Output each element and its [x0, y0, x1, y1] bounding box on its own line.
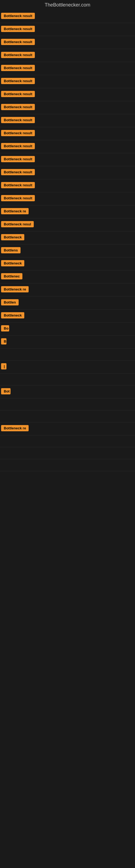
result-row: Bottleneck result — [0, 153, 135, 166]
result-row — [0, 435, 135, 447]
bottleneck-badge[interactable]: Bottleneck result — [1, 52, 35, 58]
result-row: Bottleneck re — [0, 205, 135, 218]
result-row: Bottleneck result — [0, 166, 135, 179]
result-row: Bottleneck result — [0, 88, 135, 101]
bottleneck-badge[interactable]: Bottleneck result — [1, 130, 35, 136]
site-title: TheBottlenecker.com — [0, 0, 135, 10]
result-row: Bottleneck result — [0, 23, 135, 36]
result-row: Bottleneck — [0, 310, 135, 322]
result-row: Bottleneck result — [0, 114, 135, 127]
bottleneck-badge[interactable]: Bottleneck result — [1, 91, 35, 97]
bottleneck-badge[interactable]: B — [1, 338, 6, 344]
result-row: Bottleneck result — [0, 62, 135, 75]
bottleneck-badge[interactable]: Bottleneck re — [1, 286, 29, 292]
bottleneck-badge[interactable]: Bottlenec — [1, 273, 22, 279]
result-row: Bottlen — [0, 297, 135, 310]
result-row: Bottleneck result — [0, 49, 135, 62]
result-row: Bottleneck result — [0, 10, 135, 23]
result-row: Bo — [0, 322, 135, 336]
result-row — [0, 348, 135, 361]
bottleneck-badge[interactable]: Bottleneck re — [1, 425, 29, 431]
result-row: Bottleneck re — [0, 283, 135, 297]
bottleneck-badge[interactable]: Bottleneck resul — [1, 221, 34, 227]
bottleneck-badge[interactable]: Bottleneck re — [1, 208, 29, 214]
bottleneck-badge[interactable]: Bottleneck — [1, 260, 24, 267]
bottleneck-badge[interactable]: Bottleneck result — [1, 182, 35, 188]
result-row: Bot — [0, 385, 135, 399]
result-row — [0, 447, 135, 459]
result-row: Bottleneck result — [0, 75, 135, 88]
result-row: Bottleneck result — [0, 36, 135, 49]
result-row — [0, 373, 135, 385]
bottleneck-badge[interactable]: | — [1, 363, 6, 369]
bottleneck-badge[interactable]: Bottleneck result — [1, 117, 35, 123]
result-row: Bottleneck result — [0, 179, 135, 192]
bottleneck-badge[interactable]: Bottleneck result — [1, 169, 35, 175]
result-row: Bottleneck resul — [0, 218, 135, 231]
result-row: Bottlens — [0, 244, 135, 257]
bottleneck-badge[interactable]: Bottleneck result — [1, 143, 35, 149]
bottleneck-badge[interactable]: Bottleneck — [1, 312, 24, 318]
bottleneck-badge[interactable]: Bottlens — [1, 247, 20, 253]
result-row: B — [0, 336, 135, 348]
result-row: Bottleneck result — [0, 127, 135, 140]
result-row — [0, 399, 135, 410]
result-row: Bottleneck re — [0, 422, 135, 435]
bottleneck-badge[interactable]: Bottleneck result — [1, 26, 35, 32]
bottleneck-badge[interactable]: Bottleneck result — [1, 13, 35, 19]
result-row: Bottlenec — [0, 271, 135, 283]
bottleneck-badge[interactable]: Bottleneck result — [1, 39, 35, 45]
result-row — [0, 459, 135, 471]
result-row: Bottleneck result — [0, 192, 135, 205]
bottleneck-badge[interactable]: Bottleneck result — [1, 156, 35, 162]
bottleneck-badge[interactable]: Bot — [1, 388, 10, 394]
result-row: Bottleneck — [0, 231, 135, 244]
result-row: Bottleneck — [0, 257, 135, 271]
bottleneck-badge[interactable]: Bottleneck — [1, 234, 24, 240]
bottleneck-badge[interactable]: Bottleneck result — [1, 65, 35, 71]
bottleneck-badge[interactable]: Bottleneck result — [1, 78, 35, 84]
result-row: Bottleneck result — [0, 101, 135, 114]
result-row: Bottleneck result — [0, 140, 135, 153]
result-row: | — [0, 361, 135, 373]
bottleneck-badge[interactable]: Bottlen — [1, 299, 18, 305]
bottleneck-badge[interactable]: Bo — [1, 325, 9, 332]
bottleneck-badge[interactable]: Bottleneck result — [1, 195, 35, 201]
bottleneck-badge[interactable]: Bottleneck result — [1, 104, 35, 110]
result-row — [0, 410, 135, 422]
